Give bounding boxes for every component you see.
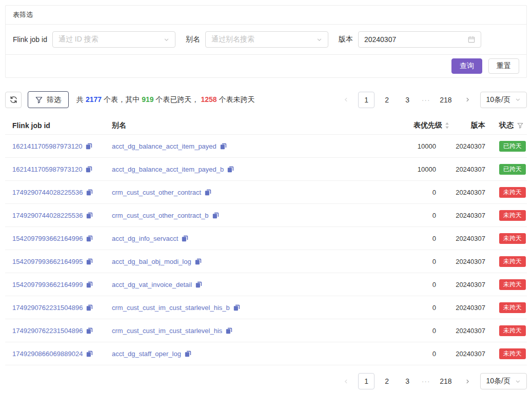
- next-page-button[interactable]: [460, 92, 476, 108]
- header-priority[interactable]: 表优先级: [378, 121, 449, 130]
- alias-link[interactable]: acct_dg_balance_acct_item_payed: [112, 142, 216, 150]
- version-cell: 20240307: [449, 327, 485, 335]
- priority-cell: 10000: [378, 142, 449, 150]
- copy-icon[interactable]: [86, 143, 92, 150]
- version-cell: 20240307: [449, 304, 485, 312]
- table-stats: 共2177个表，其中919个表已跨天，1258个表未跨天: [76, 95, 255, 105]
- alias-link[interactable]: crm_cust_cust_im_cust_starlevel_his: [112, 327, 222, 335]
- priority-cell: 0: [378, 189, 449, 196]
- page-size-value: 10条/页: [486, 95, 510, 105]
- alias-link[interactable]: crm_cust_cust_other_contract_b: [112, 212, 209, 219]
- copy-icon[interactable]: [86, 258, 93, 265]
- alias-label: 别名: [186, 35, 200, 44]
- copy-icon[interactable]: [226, 327, 232, 334]
- prev-page-button[interactable]: [338, 92, 354, 108]
- priority-cell: 0: [378, 327, 449, 335]
- copy-icon[interactable]: [212, 212, 219, 219]
- alias-link[interactable]: acct_dg_vat_invoice_detail: [112, 281, 192, 288]
- page-button-last[interactable]: 218: [436, 373, 455, 389]
- job-id-link[interactable]: 1621411705987973120: [12, 166, 82, 173]
- copy-icon[interactable]: [233, 304, 240, 311]
- copy-icon[interactable]: [86, 189, 93, 196]
- priority-cell: 0: [378, 350, 449, 358]
- copy-icon[interactable]: [86, 281, 93, 288]
- alias-link[interactable]: crm_cust_cust_im_cust_starlevel_his_b: [112, 304, 230, 312]
- copy-icon[interactable]: [195, 281, 202, 288]
- alias-link[interactable]: acct_dg_bal_obj_modi_log: [112, 258, 191, 265]
- job-id-link[interactable]: 1749290762231504896: [12, 327, 83, 335]
- copy-icon[interactable]: [195, 258, 202, 265]
- copy-icon[interactable]: [205, 189, 211, 196]
- table-row: 1621411705987973120 acct_dg_balance_acct…: [5, 158, 527, 181]
- status-badge: 已跨天: [499, 141, 526, 152]
- chevron-down-icon: [515, 97, 521, 102]
- priority-cell: 0: [378, 281, 449, 288]
- reset-button[interactable]: 重置: [488, 58, 519, 74]
- flink-job-id-label: Flink job id: [13, 35, 47, 44]
- filter-funnel-icon: [35, 96, 43, 104]
- refresh-button[interactable]: [5, 92, 22, 108]
- alias-link[interactable]: acct_dg_staff_oper_log: [112, 350, 181, 358]
- job-id-link[interactable]: 1749290762231504896: [12, 304, 83, 312]
- copy-icon[interactable]: [182, 235, 188, 242]
- stats-text: 个表已跨天，: [156, 95, 199, 104]
- header-status-label: 状态: [499, 121, 514, 130]
- alias-link[interactable]: acct_dg_info_servacct: [112, 235, 178, 242]
- page-button-3[interactable]: 3: [399, 92, 416, 108]
- refresh-icon: [10, 96, 17, 104]
- copy-icon[interactable]: [86, 235, 93, 242]
- sort-icon[interactable]: [445, 122, 449, 129]
- job-id-link[interactable]: 1542097993662164999: [12, 281, 83, 288]
- page-button-1[interactable]: 1: [358, 373, 375, 389]
- copy-icon[interactable]: [86, 212, 93, 219]
- stats-text: 个表，其中: [104, 95, 140, 104]
- page-button-2[interactable]: 2: [379, 373, 395, 389]
- next-page-button[interactable]: [460, 373, 476, 389]
- chevron-down-icon: [164, 37, 169, 43]
- page-button-3[interactable]: 3: [399, 373, 416, 389]
- version-date-input[interactable]: [364, 35, 457, 44]
- page-size-select[interactable]: 10条/页: [480, 92, 527, 108]
- copy-icon[interactable]: [185, 350, 191, 357]
- job-id-link[interactable]: 1749290866069889024: [12, 350, 83, 358]
- page-jump-ellipsis[interactable]: ···: [420, 96, 432, 104]
- page: 表筛选 Flink job id 通过 ID 搜索 别名 通过别名搜索: [0, 0, 532, 393]
- alias-select[interactable]: 通过别名搜索: [205, 31, 328, 48]
- copy-icon[interactable]: [86, 327, 93, 334]
- flink-job-id-select[interactable]: 通过 ID 搜索: [52, 31, 175, 48]
- page-size-select[interactable]: 10条/页: [480, 373, 527, 389]
- table-row: 1749290866069889024 acct_dg_staff_oper_l…: [5, 342, 527, 365]
- job-id-link[interactable]: 1621411705987973120: [12, 142, 82, 150]
- table-row: 1542097993662164995 acct_dg_bal_obj_modi…: [5, 250, 527, 273]
- copy-icon[interactable]: [227, 166, 234, 173]
- alias-link[interactable]: acct_dg_balance_acct_item_payed_b: [112, 166, 224, 173]
- priority-cell: 0: [378, 258, 449, 265]
- pagination-top: 1 2 3 ··· 218 10条/页: [338, 92, 527, 108]
- flink-job-id-field: Flink job id 通过 ID 搜索: [13, 31, 175, 48]
- page-jump-ellipsis[interactable]: ···: [420, 377, 432, 385]
- copy-icon[interactable]: [86, 304, 93, 311]
- header-priority-label: 表优先级: [413, 121, 442, 130]
- page-button-last[interactable]: 218: [436, 92, 455, 108]
- alias-link[interactable]: crm_cust_cust_other_contract: [112, 189, 201, 196]
- job-id-link[interactable]: 1542097993662164996: [12, 235, 83, 242]
- copy-icon[interactable]: [220, 143, 227, 150]
- copy-icon[interactable]: [86, 350, 93, 357]
- version-cell: 20240307: [449, 142, 485, 150]
- job-id-link[interactable]: 1749290744028225536: [12, 189, 83, 196]
- version-cell: 20240307: [449, 212, 485, 219]
- job-id-link[interactable]: 1542097993662164995: [12, 258, 83, 265]
- version-field: 版本: [339, 31, 481, 48]
- version-date-picker[interactable]: [358, 31, 481, 48]
- prev-page-button[interactable]: [338, 373, 354, 389]
- chevron-down-icon: [515, 379, 521, 384]
- page-button-1[interactable]: 1: [358, 92, 375, 108]
- query-button[interactable]: 查询: [451, 58, 482, 74]
- table-row: 1542097993662164996 acct_dg_info_servacc…: [5, 227, 527, 250]
- job-id-link[interactable]: 1749290744028225536: [12, 212, 83, 219]
- page-button-2[interactable]: 2: [379, 92, 395, 108]
- table-header-row: Flink job id 别名 表优先级 版本 状态: [5, 116, 527, 135]
- filter-toggle-button[interactable]: 筛选: [28, 91, 69, 108]
- column-filter-icon[interactable]: [517, 122, 523, 129]
- copy-icon[interactable]: [86, 166, 92, 173]
